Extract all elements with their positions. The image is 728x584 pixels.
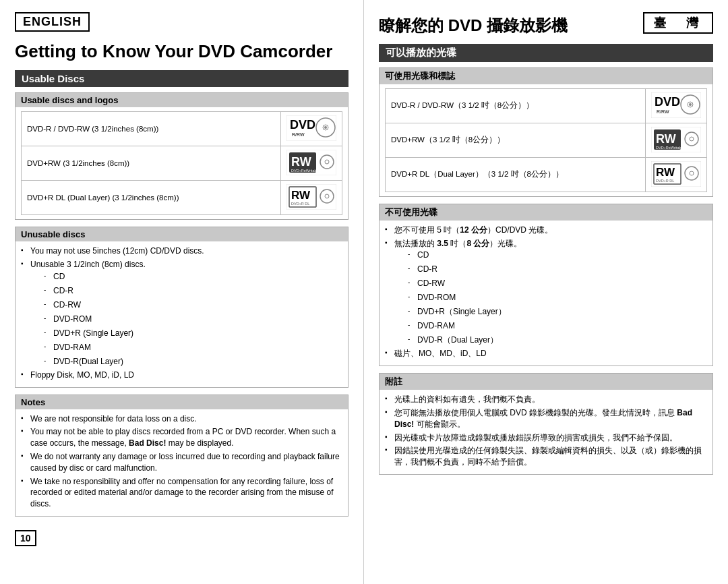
unusable-discs-content-zh: 您不可使用 5 吋（12 公分）CD/DVD 光碟。 無法播放的 3.5 吋（8… — [380, 221, 712, 366]
usable-discs-header-zh: 可以播放的光碟 — [379, 44, 713, 62]
dvd-logo-svg: DVD R/RW — [286, 115, 336, 141]
table-row: DVD+RW（3 1/2 吋（8公分）） RW DVD+ReWritable — [386, 123, 707, 157]
usable-logos-subheader-zh: 可使用光碟和標誌 — [380, 68, 712, 84]
rw-plus-logo-svg-zh: RW DVD+ReWritable — [651, 127, 701, 152]
disc-label: DVD+RW（3 1/2 吋（8公分）） — [386, 123, 646, 157]
svg-text:DVD: DVD — [655, 95, 680, 109]
rw-plus-logo-cell-zh: RW DVD+ReWritable — [646, 123, 707, 157]
unusable-bullet-list-zh: 您不可使用 5 吋（12 公分）CD/DVD 光碟。 無法播放的 3.5 吋（8… — [385, 225, 707, 359]
list-item: 您可能無法播放使用個人電腦或 DVD 錄影機錄製的光碟。發生此情況時，訊息 Ba… — [385, 407, 707, 430]
list-item: 因光碟或卡片故障造成錄製或播放錯誤所導致的損害或損失，我們不給予保固。 — [385, 432, 707, 444]
table-row: DVD-R / DVD-RW (3 1/2inches (8cm)) DVD R… — [22, 112, 342, 146]
taiwan-badge: 臺 灣 — [643, 12, 713, 34]
list-item: We do not warranty any damage or loss in… — [21, 451, 342, 474]
list-item: 無法播放的 3.5 吋（8 公分）光碟。 CD CD-R CD-RW DVD-R… — [385, 238, 707, 347]
rw-dl-logo-cell: RW DVD+R DL — [281, 181, 342, 215]
table-row: DVD+RW (3 1/2inches (8cm)) RW DVD+ReWrit… — [22, 146, 342, 181]
list-item: 光碟上的資料如有遺失，我們概不負責。 — [385, 394, 707, 405]
list-item: CD — [44, 270, 342, 283]
dvd-logo-svg-zh: DVD R/RW — [651, 92, 701, 118]
rw-plus-logo-svg: RW DVD+ReWritable — [286, 150, 336, 175]
dvd-logo-cell: DVD R/RW — [281, 112, 342, 146]
svg-text:DVD+ReWritable: DVD+ReWritable — [656, 146, 684, 150]
usable-logos-section: Usable discs and logos DVD-R / DVD-RW (3… — [15, 92, 348, 220]
list-item: CD-R — [408, 263, 707, 275]
svg-text:R/RW: R/RW — [292, 132, 305, 137]
unusable-discs-subheader-zh: 不可使用光碟 — [380, 204, 712, 221]
unusable-discs-section-zh: 不可使用光碟 您不可使用 5 吋（12 公分）CD/DVD 光碟。 無法播放的 … — [379, 204, 713, 366]
disc-label: DVD+R DL（Dual Layer）（3 1/2 吋（8公分）） — [386, 157, 646, 192]
svg-text:RW: RW — [291, 189, 311, 202]
notes-section-zh: 附註 光碟上的資料如有遺失，我們概不負責。 您可能無法播放使用個人電腦或 DVD… — [379, 373, 713, 475]
list-item: DVD-R(Dual Layer) — [44, 355, 342, 368]
notes-list-zh: 光碟上的資料如有遺失，我們概不負責。 您可能無法播放使用個人電腦或 DVD 錄影… — [385, 394, 707, 468]
usable-discs-header: Usable Discs — [15, 70, 348, 87]
list-item: DVD-R（Dual Layer） — [408, 334, 707, 346]
rw-plus-logo-cell: RW DVD+ReWritable — [281, 146, 342, 181]
rw-dl-logo-svg-zh: RW DVD+R DL — [651, 161, 701, 187]
usable-logos-subheader: Usable discs and logos — [16, 93, 348, 107]
svg-text:RW: RW — [291, 155, 311, 169]
table-row: DVD+R DL（Dual Layer）（3 1/2 吋（8公分）） RW DV… — [386, 157, 707, 192]
list-item: We are not responsible for data loss on … — [21, 413, 342, 425]
list-item: 您不可使用 5 吋（12 公分）CD/DVD 光碟。 — [385, 225, 707, 236]
svg-text:R/RW: R/RW — [657, 109, 669, 114]
list-item: DVD-RAM — [408, 320, 707, 332]
table-row: DVD+R DL (Dual Layer) (3 1/2inches (8cm)… — [22, 181, 342, 215]
svg-text:DVD+ReWritable: DVD+ReWritable — [291, 169, 320, 173]
disc-table: DVD-R / DVD-RW (3 1/2inches (8cm)) DVD R… — [21, 111, 342, 215]
notes-subheader: Notes — [16, 395, 348, 409]
list-item: DVD+R (Single Layer) — [44, 327, 342, 339]
disc-table-zh: DVD-R / DVD-RW（3 1/2 吋（8公分）） DVD R/RW — [385, 88, 707, 192]
svg-text:DVD+R DL: DVD+R DL — [291, 202, 309, 206]
svg-point-23 — [689, 103, 692, 106]
usable-logos-content: DVD-R / DVD-RW (3 1/2inches (8cm)) DVD R… — [16, 107, 348, 219]
notes-content: We are not responsible for data loss on … — [16, 409, 348, 516]
list-item: DVD+R（Single Layer） — [408, 305, 707, 318]
left-main-title: Getting to Know Your DVD Camcorder — [15, 41, 348, 62]
list-item: CD-RW — [44, 299, 342, 311]
notes-subheader-zh: 附註 — [380, 374, 712, 390]
list-item: 磁片、MO、MD、iD、LD — [385, 348, 707, 359]
list-item: 因錯誤使用光碟造成的任何錄製失誤、錄製或編輯資料的損失、以及（或）錄影機的損害，… — [385, 445, 707, 468]
disc-label: DVD+RW (3 1/2inches (8cm)) — [22, 146, 281, 181]
unusable-sub-list-zh: CD CD-R CD-RW DVD-ROM DVD+R（Single Layer… — [394, 249, 707, 346]
left-column: ENGLISH Getting to Know Your DVD Camcord… — [0, 0, 364, 584]
notes-list: We are not responsible for data loss on … — [21, 413, 342, 510]
unusable-discs-section: Unusable discs You may not use 5inches (… — [15, 227, 348, 387]
notes-content-zh: 光碟上的資料如有遺失，我們概不負責。 您可能無法播放使用個人電腦或 DVD 錄影… — [380, 390, 712, 474]
list-item: DVD-ROM — [408, 291, 707, 303]
list-item: You may not use 5inches (12cm) CD/DVD di… — [21, 245, 342, 257]
list-item: Floppy Disk, MO, MD, iD, LD — [21, 370, 342, 381]
unusable-discs-subheader: Unusable discs — [16, 227, 348, 241]
table-row: DVD-R / DVD-RW（3 1/2 吋（8公分）） DVD R/RW — [386, 88, 707, 123]
unusable-discs-content: You may not use 5inches (12cm) CD/DVD di… — [16, 241, 348, 386]
notes-section: Notes We are not responsible for data lo… — [15, 395, 348, 517]
english-badge: ENGLISH — [15, 12, 90, 32]
usable-logos-section-zh: 可使用光碟和標誌 DVD-R / DVD-RW（3 1/2 吋（8公分）） DV… — [379, 67, 713, 197]
list-item: DVD-ROM — [44, 313, 342, 325]
svg-point-5 — [324, 126, 327, 129]
svg-text:RW: RW — [656, 166, 675, 179]
rw-dl-logo-cell-zh: RW DVD+R DL — [646, 157, 707, 192]
svg-text:RW: RW — [656, 132, 676, 146]
right-column: 臺 灣 瞭解您的 DVD 攝錄放影機 可以播放的光碟 可使用光碟和標誌 DVD-… — [364, 0, 728, 584]
usable-logos-content-zh: DVD-R / DVD-RW（3 1/2 吋（8公分）） DVD R/RW — [380, 84, 712, 196]
rw-dl-logo-svg: RW DVD+R DL — [286, 184, 336, 210]
svg-text:DVD: DVD — [290, 118, 315, 132]
list-item: DVD-RAM — [44, 341, 342, 353]
disc-label: DVD+R DL (Dual Layer) (3 1/2inches (8cm)… — [22, 181, 281, 215]
list-item: CD-RW — [408, 277, 707, 289]
list-item: We take no responsibility and offer no c… — [21, 476, 342, 510]
svg-text:DVD+R DL: DVD+R DL — [656, 179, 674, 183]
unusable-sub-list: CD CD-R CD-RW DVD-ROM DVD+R (Single Laye… — [30, 270, 342, 368]
list-item: CD-R — [44, 285, 342, 297]
dvd-logo-cell-zh: DVD R/RW — [646, 88, 707, 123]
disc-label: DVD-R / DVD-RW（3 1/2 吋（8公分）） — [386, 88, 646, 123]
list-item: CD — [408, 249, 707, 261]
disc-label: DVD-R / DVD-RW (3 1/2inches (8cm)) — [22, 112, 281, 146]
list-item: Unusable 3 1/2inch (8cm) discs. CD CD-R … — [21, 259, 342, 368]
list-item: You may not be able to play discs record… — [21, 426, 342, 449]
page-number: 10 — [15, 530, 36, 546]
unusable-bullet-list: You may not use 5inches (12cm) CD/DVD di… — [21, 245, 342, 380]
